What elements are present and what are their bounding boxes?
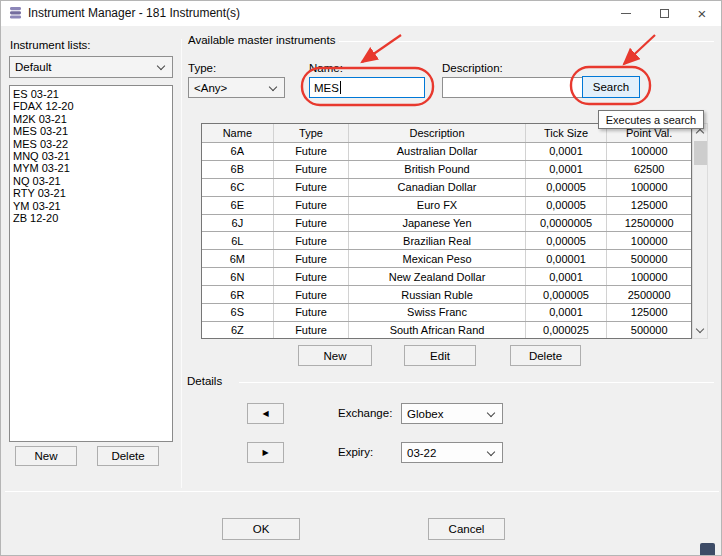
table-row[interactable]: 6Z Future South African Rand 0,000025 50… (202, 322, 691, 339)
prev-contract-button[interactable]: ◀ (247, 403, 284, 424)
cell-name[interactable]: 6C (202, 179, 274, 196)
cell-name[interactable]: 6J (202, 215, 274, 232)
cell-pointval[interactable]: 100000 (607, 232, 691, 249)
cell-pointval[interactable]: 62500 (607, 161, 691, 178)
instrument-list-item[interactable]: MNQ 03-21 (13, 150, 172, 162)
col-header-type[interactable]: Type (274, 124, 350, 142)
col-header-description[interactable]: Description (349, 124, 525, 142)
exchange-select[interactable]: Globex (401, 403, 503, 424)
cell-type[interactable]: Future (274, 197, 350, 214)
instruments-table[interactable]: Name Type Description Tick Size Point Va… (201, 123, 692, 339)
table-row[interactable]: 6N Future New Zealand Dollar 0,0001 1000… (202, 268, 691, 286)
table-row[interactable]: 6C Future Canadian Dollar 0,00005 100000 (202, 179, 691, 197)
cell-description[interactable]: Mexican Peso (349, 250, 525, 267)
cell-pointval[interactable]: 100000 (607, 179, 691, 196)
cell-description[interactable]: Australian Dollar (349, 143, 525, 160)
close-button[interactable]: × (685, 1, 719, 25)
list-new-button[interactable]: New (15, 446, 77, 466)
cell-description[interactable]: New Zealand Dollar (349, 268, 525, 285)
next-contract-button[interactable]: ▶ (247, 442, 284, 463)
description-input[interactable] (442, 77, 588, 98)
instrument-list-item[interactable]: FDAX 12-20 (13, 100, 172, 112)
cell-description[interactable]: Canadian Dollar (349, 179, 525, 196)
cell-ticksize[interactable]: 0,0001 (526, 268, 608, 285)
cell-name[interactable]: 6A (202, 143, 274, 160)
cell-type[interactable]: Future (274, 268, 350, 285)
cell-name[interactable]: 6E (202, 197, 274, 214)
cell-ticksize[interactable]: 0,0001 (526, 161, 608, 178)
col-header-name[interactable]: Name (202, 124, 274, 142)
ok-button[interactable]: OK (222, 518, 300, 540)
cell-description[interactable]: Japanese Yen (349, 215, 525, 232)
type-select[interactable]: <Any> (188, 77, 285, 98)
instrument-list-item[interactable]: M2K 03-21 (13, 113, 172, 125)
cell-type[interactable]: Future (274, 143, 350, 160)
table-row[interactable]: 6M Future Mexican Peso 0,00001 500000 (202, 250, 691, 268)
expiry-select[interactable]: 03-22 (401, 442, 503, 463)
scroll-up-icon[interactable] (696, 129, 704, 137)
cell-ticksize[interactable]: 0,000025 (526, 322, 608, 339)
instrument-list-item[interactable]: RTY 03-21 (13, 187, 172, 199)
cell-description[interactable]: Brazilian Real (349, 232, 525, 249)
cell-pointval[interactable]: 2500000 (607, 286, 691, 303)
cell-ticksize[interactable]: 0,00005 (526, 232, 608, 249)
cell-pointval[interactable]: 100000 (607, 268, 691, 285)
table-row[interactable]: 6R Future Russian Ruble 0,000005 2500000 (202, 286, 691, 304)
cell-pointval[interactable]: 12500000 (607, 215, 691, 232)
instrument-list-item[interactable]: MYM 03-21 (13, 162, 172, 174)
instrument-list-item[interactable]: MES 03-22 (13, 138, 172, 150)
cell-ticksize[interactable]: 0,000005 (526, 286, 608, 303)
maximize-button[interactable] (647, 1, 681, 25)
cell-pointval[interactable]: 125000 (607, 304, 691, 321)
cell-description[interactable]: South African Rand (349, 322, 525, 339)
cell-name[interactable]: 6Z (202, 322, 274, 339)
list-delete-button[interactable]: Delete (97, 446, 159, 466)
instrument-list-item[interactable]: ZB 12-20 (13, 212, 172, 224)
table-row[interactable]: 6L Future Brazilian Real 0,00005 100000 (202, 232, 691, 250)
scroll-down-icon[interactable] (696, 325, 704, 333)
cell-ticksize[interactable]: 0,0001 (526, 143, 608, 160)
cell-name[interactable]: 6N (202, 268, 274, 285)
cell-type[interactable]: Future (274, 215, 350, 232)
scrollbar-thumb[interactable] (694, 141, 707, 165)
table-row[interactable]: 6A Future Australian Dollar 0,0001 10000… (202, 143, 691, 161)
cell-type[interactable]: Future (274, 322, 350, 339)
instrument-list-item[interactable]: ES 03-21 (13, 88, 172, 100)
instrument-edit-button[interactable]: Edit (404, 345, 476, 366)
table-scrollbar[interactable] (692, 123, 708, 339)
cell-description[interactable]: British Pound (349, 161, 525, 178)
cell-ticksize[interactable]: 0,00001 (526, 250, 608, 267)
cell-pointval[interactable]: 500000 (607, 322, 691, 339)
cell-name[interactable]: 6S (202, 304, 274, 321)
cell-type[interactable]: Future (274, 304, 350, 321)
cell-pointval[interactable]: 100000 (607, 143, 691, 160)
cell-name[interactable]: 6M (202, 250, 274, 267)
search-button[interactable]: Search (582, 76, 640, 98)
minimize-button[interactable] (609, 1, 643, 25)
name-input[interactable]: MES (309, 77, 425, 98)
instrument-delete-button[interactable]: Delete (510, 345, 581, 366)
cell-pointval[interactable]: 500000 (607, 250, 691, 267)
table-row[interactable]: 6E Future Euro FX 0,00005 125000 (202, 197, 691, 215)
cell-name[interactable]: 6L (202, 232, 274, 249)
instrument-list-item[interactable]: NQ 03-21 (13, 175, 172, 187)
cell-type[interactable]: Future (274, 286, 350, 303)
cell-type[interactable]: Future (274, 161, 350, 178)
cell-description[interactable]: Swiss Franc (349, 304, 525, 321)
cell-type[interactable]: Future (274, 232, 350, 249)
cell-ticksize[interactable]: 0,0000005 (526, 215, 608, 232)
cell-ticksize[interactable]: 0,0001 (526, 304, 608, 321)
cell-ticksize[interactable]: 0,00005 (526, 197, 608, 214)
instrument-list-item[interactable]: MES 03-21 (13, 125, 172, 137)
instrument-list[interactable]: ES 03-21FDAX 12-20M2K 03-21MES 03-21MES … (9, 85, 173, 442)
table-row[interactable]: 6J Future Japanese Yen 0,0000005 1250000… (202, 215, 691, 233)
cancel-button[interactable]: Cancel (428, 518, 505, 540)
cell-description[interactable]: Euro FX (349, 197, 525, 214)
cell-description[interactable]: Russian Ruble (349, 286, 525, 303)
cell-pointval[interactable]: 125000 (607, 197, 691, 214)
instrument-new-button[interactable]: New (298, 345, 372, 366)
table-row[interactable]: 6S Future Swiss Franc 0,0001 125000 (202, 304, 691, 322)
col-header-ticksize[interactable]: Tick Size (526, 124, 608, 142)
cell-type[interactable]: Future (274, 250, 350, 267)
cell-name[interactable]: 6R (202, 286, 274, 303)
